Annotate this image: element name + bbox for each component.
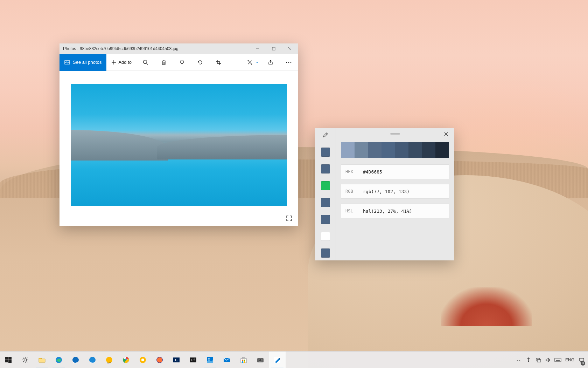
keyboard-tray-icon[interactable] bbox=[553, 352, 563, 368]
minimize-button[interactable] bbox=[250, 43, 266, 54]
picker-titlebar[interactable] bbox=[336, 128, 454, 140]
photos-title: Photos - 98be832ceb70a99fd5cdb693b249610… bbox=[63, 46, 178, 51]
edge-button[interactable] bbox=[50, 352, 67, 368]
share-icon bbox=[268, 60, 273, 65]
svg-rect-59 bbox=[244, 361, 245, 363]
color-history bbox=[321, 148, 330, 258]
edge-canary-button[interactable]: CAN bbox=[101, 352, 118, 368]
heart-icon bbox=[179, 60, 185, 65]
edge-beta-button[interactable]: BETA bbox=[67, 352, 84, 368]
camera-button[interactable] bbox=[252, 352, 269, 368]
powershell-button[interactable] bbox=[168, 352, 185, 368]
edge-beta-icon: BETA bbox=[71, 355, 80, 364]
add-to-button[interactable]: Add to bbox=[106, 54, 136, 71]
wallpaper-bush bbox=[441, 287, 532, 326]
picker-close-button[interactable] bbox=[441, 130, 451, 138]
rotate-button[interactable] bbox=[191, 54, 209, 71]
usb-icon bbox=[526, 357, 531, 363]
volume-tray-icon[interactable] bbox=[543, 352, 553, 368]
shade-cell[interactable] bbox=[368, 142, 382, 158]
shade-cell[interactable] bbox=[408, 142, 422, 158]
cmd-button[interactable]: C:\ bbox=[185, 352, 202, 368]
see-all-label: See all photos bbox=[73, 60, 102, 65]
rgb-row[interactable]: RGB rgb(77, 102, 133) bbox=[341, 184, 449, 199]
chevron-down-icon: ▾ bbox=[256, 60, 258, 64]
svg-line-33 bbox=[27, 361, 27, 362]
share-button[interactable] bbox=[261, 54, 280, 71]
fullscreen-button[interactable] bbox=[286, 215, 292, 222]
zoom-button[interactable] bbox=[136, 54, 155, 71]
edge-dev-button[interactable]: DEV bbox=[84, 352, 101, 368]
action-center-button[interactable]: 3 bbox=[577, 352, 587, 368]
color-picker-window: HEX #4D6685 RGB rgb(77, 102, 133) HSL hs… bbox=[315, 128, 454, 260]
edge-dev-icon: DEV bbox=[88, 355, 97, 364]
hsl-row[interactable]: HSL hsl(213, 27%, 41%) bbox=[341, 204, 449, 218]
mail-button[interactable] bbox=[218, 352, 235, 368]
history-swatch[interactable] bbox=[321, 248, 330, 258]
svg-rect-65 bbox=[555, 358, 561, 362]
network-tray-icon[interactable] bbox=[533, 352, 543, 368]
history-swatch[interactable] bbox=[321, 148, 330, 157]
settings-button[interactable] bbox=[17, 352, 34, 368]
hsl-label: HSL bbox=[345, 209, 363, 213]
svg-rect-26 bbox=[8, 360, 12, 363]
delete-button[interactable] bbox=[155, 54, 173, 71]
keyboard-icon bbox=[554, 358, 561, 362]
color-picker-taskbar-button[interactable] bbox=[269, 352, 286, 368]
firefox-icon bbox=[155, 355, 164, 364]
svg-text:DEV: DEV bbox=[90, 362, 94, 364]
history-swatch[interactable] bbox=[321, 198, 330, 207]
history-swatch[interactable] bbox=[321, 215, 330, 224]
shade-cell[interactable] bbox=[422, 142, 436, 158]
photo-landscape bbox=[71, 130, 168, 161]
maximize-button[interactable] bbox=[266, 43, 282, 54]
cmd-icon: C:\ bbox=[189, 355, 198, 364]
show-hidden-icons-button[interactable]: ︿ bbox=[514, 352, 524, 368]
crop-icon bbox=[216, 60, 221, 65]
shade-cell[interactable] bbox=[382, 142, 395, 158]
crop-button[interactable] bbox=[209, 54, 227, 71]
see-all-photos-button[interactable]: See all photos bbox=[59, 54, 106, 71]
language-indicator[interactable]: ENG bbox=[563, 352, 577, 368]
add-to-label: Add to bbox=[118, 60, 132, 65]
zoom-in-icon bbox=[143, 60, 148, 65]
photo-viewport bbox=[59, 71, 298, 226]
history-swatch[interactable] bbox=[321, 232, 330, 241]
more-button[interactable] bbox=[280, 54, 298, 71]
favorite-button[interactable] bbox=[173, 54, 191, 71]
folder-icon bbox=[37, 355, 47, 364]
shade-cell[interactable] bbox=[341, 142, 355, 158]
svg-rect-57 bbox=[244, 360, 245, 361]
eyedropper-button[interactable] bbox=[321, 130, 330, 140]
svg-point-53 bbox=[208, 358, 210, 360]
usb-tray-icon[interactable] bbox=[524, 352, 533, 368]
shade-cell[interactable] bbox=[435, 142, 449, 158]
desktop-wallpaper: Photos - 98be832ceb70a99fd5cdb693b249610… bbox=[0, 0, 588, 368]
hex-row[interactable]: HEX #4D6685 bbox=[341, 164, 449, 179]
history-swatch[interactable] bbox=[321, 164, 330, 173]
photos-titlebar[interactable]: Photos - 98be832ceb70a99fd5cdb693b249610… bbox=[59, 43, 298, 54]
svg-point-18 bbox=[286, 62, 287, 63]
file-explorer-button[interactable] bbox=[34, 352, 50, 368]
history-swatch[interactable] bbox=[321, 181, 330, 190]
shade-cell[interactable] bbox=[395, 142, 409, 158]
color-shade-strip[interactable] bbox=[341, 142, 449, 158]
plus-icon bbox=[111, 60, 116, 65]
svg-rect-25 bbox=[5, 360, 8, 362]
svg-rect-24 bbox=[8, 357, 12, 360]
svg-text:BETA: BETA bbox=[73, 362, 78, 364]
start-button[interactable] bbox=[0, 352, 17, 368]
chrome-button[interactable] bbox=[118, 352, 134, 368]
edit-dropdown-button[interactable]: ▾ bbox=[244, 54, 261, 71]
shade-cell[interactable] bbox=[355, 142, 368, 158]
firefox-button[interactable] bbox=[151, 352, 168, 368]
chrome-canary-button[interactable] bbox=[134, 352, 151, 368]
photo-content[interactable] bbox=[71, 84, 287, 206]
photos-taskbar-button[interactable] bbox=[202, 352, 218, 368]
close-button[interactable] bbox=[282, 43, 298, 54]
store-button[interactable] bbox=[235, 352, 252, 368]
chrome-canary-icon bbox=[138, 355, 147, 364]
chevron-up-icon: ︿ bbox=[516, 357, 521, 363]
rgb-label: RGB bbox=[345, 189, 363, 194]
camera-icon bbox=[256, 355, 265, 364]
